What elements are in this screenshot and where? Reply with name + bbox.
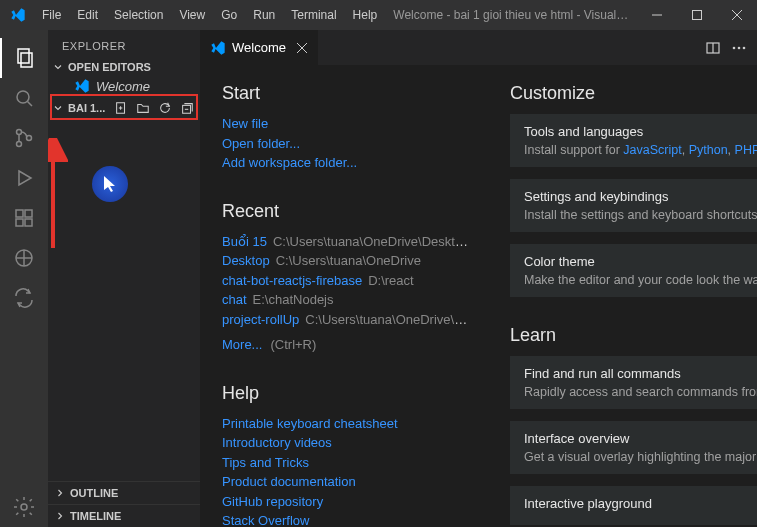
- lang-link[interactable]: PHP: [735, 143, 757, 157]
- explorer-icon[interactable]: [0, 38, 48, 78]
- activity-bar: [0, 30, 48, 527]
- settings-keybindings-card[interactable]: Settings and keybindings Install the set…: [510, 179, 757, 232]
- menu-go[interactable]: Go: [213, 8, 245, 22]
- svg-point-8: [17, 130, 22, 135]
- menu-run[interactable]: Run: [245, 8, 283, 22]
- source-control-icon[interactable]: [0, 118, 48, 158]
- help-link[interactable]: Stack Overflow: [222, 511, 470, 527]
- svg-point-18: [21, 504, 27, 510]
- open-folder-link[interactable]: Open folder...: [222, 134, 470, 154]
- minimize-button[interactable]: [637, 0, 677, 30]
- extensions-icon[interactable]: [0, 198, 48, 238]
- card-title: Find and run all commands: [524, 366, 757, 381]
- outline-label: OUTLINE: [70, 487, 118, 499]
- svg-point-9: [17, 142, 22, 147]
- help-link[interactable]: Introductory videos: [222, 433, 470, 453]
- recent-item[interactable]: DesktopC:\Users\tuana\OneDrive: [222, 251, 470, 271]
- svg-rect-12: [16, 210, 23, 217]
- more-actions-icon[interactable]: [731, 40, 747, 56]
- tab-welcome[interactable]: Welcome: [200, 30, 318, 65]
- card-title: Interface overview: [524, 431, 757, 446]
- vscode-file-icon: [210, 40, 226, 56]
- open-editor-label: Welcome: [96, 79, 150, 94]
- learn-section: Learn Find and run all commands Rapidly …: [510, 325, 757, 525]
- add-workspace-link[interactable]: Add workspace folder...: [222, 153, 470, 173]
- lang-link[interactable]: Python: [689, 143, 728, 157]
- new-file-icon[interactable]: [112, 99, 130, 117]
- explorer-title: EXPLORER: [48, 30, 200, 58]
- new-folder-icon[interactable]: [134, 99, 152, 117]
- svg-marker-26: [104, 176, 115, 192]
- help-link[interactable]: Printable keyboard cheatsheet: [222, 414, 470, 434]
- window-controls: [637, 0, 757, 30]
- svg-marker-11: [19, 171, 31, 185]
- cursor-icon: [104, 176, 116, 192]
- help-heading: Help: [222, 383, 470, 404]
- timeline-header[interactable]: TIMELINE: [48, 504, 200, 527]
- collapse-all-icon[interactable]: [178, 99, 196, 117]
- timeline-label: TIMELINE: [70, 510, 121, 522]
- interactive-playground-card[interactable]: Interactive playground: [510, 486, 757, 525]
- svg-point-31: [733, 46, 736, 49]
- maximize-button[interactable]: [677, 0, 717, 30]
- cursor-highlight: [92, 166, 128, 202]
- search-icon[interactable]: [0, 78, 48, 118]
- vscode-file-icon: [74, 78, 90, 94]
- close-icon[interactable]: [296, 42, 308, 54]
- folder-header[interactable]: BAI 1...: [48, 96, 200, 120]
- card-title: Color theme: [524, 254, 757, 269]
- lang-link[interactable]: JavaScript: [623, 143, 681, 157]
- help-link[interactable]: GitHub repository: [222, 492, 470, 512]
- window-title: Welcome - bai 1 gioi thieu ve html - Vis…: [385, 8, 637, 22]
- run-debug-icon[interactable]: [0, 158, 48, 198]
- menu-bar: File Edit Selection View Go Run Terminal…: [34, 8, 385, 22]
- split-editor-icon[interactable]: [705, 40, 721, 56]
- new-file-link[interactable]: New file: [222, 114, 470, 134]
- close-button[interactable]: [717, 0, 757, 30]
- card-desc: Get a visual overlay highlighting the ma…: [524, 450, 757, 464]
- recent-item[interactable]: chatE:\chatNodejs: [222, 290, 470, 310]
- card-desc: Rapidly access and search commands from …: [524, 385, 757, 399]
- recent-item[interactable]: Buổi 15C:\Users\tuana\OneDrive\Desktop\k…: [222, 232, 470, 252]
- customize-heading: Customize: [510, 83, 757, 104]
- color-theme-card[interactable]: Color theme Make the editor and your cod…: [510, 244, 757, 297]
- refresh-icon[interactable]: [156, 99, 174, 117]
- help-link[interactable]: Tips and Tricks: [222, 453, 470, 473]
- menu-view[interactable]: View: [171, 8, 213, 22]
- open-editor-welcome[interactable]: Welcome: [48, 76, 200, 96]
- open-editors-header[interactable]: OPEN EDITORS: [48, 58, 200, 76]
- recent-item[interactable]: chat-bot-reactjs-firebaseD:\react: [222, 271, 470, 291]
- start-heading: Start: [222, 83, 470, 104]
- help-link[interactable]: Product documentation: [222, 472, 470, 492]
- settings-gear-icon[interactable]: [0, 487, 48, 527]
- sync-icon[interactable]: [0, 278, 48, 318]
- chevron-right-icon: [54, 487, 66, 499]
- explorer-sidebar: EXPLORER OPEN EDITORS Welcome BAI 1...: [48, 30, 200, 527]
- customize-section: Customize Tools and languages Install su…: [510, 83, 757, 297]
- chevron-down-icon: [52, 61, 64, 73]
- editor-area: Welcome Start New file Open folder... Ad…: [200, 30, 757, 527]
- recent-section: Recent Buổi 15C:\Users\tuana\OneDrive\De…: [222, 201, 470, 355]
- chevron-down-icon: [52, 102, 64, 114]
- interface-overview-card[interactable]: Interface overview Get a visual overlay …: [510, 421, 757, 474]
- recent-heading: Recent: [222, 201, 470, 222]
- remote-icon[interactable]: [0, 238, 48, 278]
- tools-languages-card[interactable]: Tools and languages Install support for …: [510, 114, 757, 167]
- menu-selection[interactable]: Selection: [106, 8, 171, 22]
- card-desc: Install support for JavaScript, Python, …: [524, 143, 757, 157]
- card-desc: Make the editor and your code look the w…: [524, 273, 757, 287]
- card-desc: Install the settings and keyboard shortc…: [524, 208, 757, 222]
- menu-file[interactable]: File: [34, 8, 69, 22]
- more-link[interactable]: More...: [222, 337, 262, 352]
- learn-heading: Learn: [510, 325, 757, 346]
- outline-header[interactable]: OUTLINE: [48, 481, 200, 504]
- svg-line-7: [28, 102, 33, 107]
- menu-terminal[interactable]: Terminal: [283, 8, 344, 22]
- annotation-arrow: [48, 138, 68, 258]
- file-tree[interactable]: [48, 120, 200, 481]
- find-commands-card[interactable]: Find and run all commands Rapidly access…: [510, 356, 757, 409]
- menu-help[interactable]: Help: [345, 8, 386, 22]
- svg-point-32: [738, 46, 741, 49]
- recent-item[interactable]: project-rollUpC:\Users\tuana\OneDrive\De…: [222, 310, 470, 330]
- menu-edit[interactable]: Edit: [69, 8, 106, 22]
